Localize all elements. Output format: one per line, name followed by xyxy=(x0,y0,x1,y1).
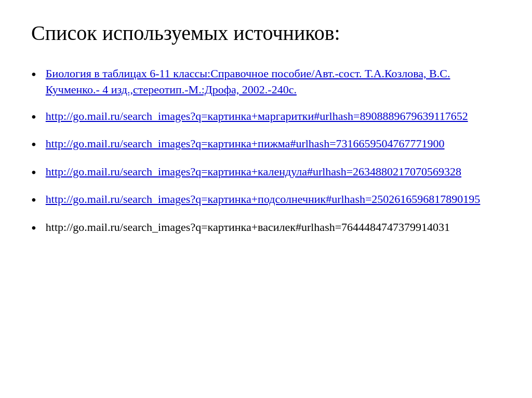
source-link-3[interactable]: http://go.mail.ru/search_images?q=картин… xyxy=(46,137,445,150)
source-link-4[interactable]: http://go.mail.ru/search_images?q=картин… xyxy=(46,165,461,178)
page-title: Список используемых источников: xyxy=(31,21,501,45)
bullet-point: • xyxy=(31,108,36,126)
list-item: •http://go.mail.ru/search_images?q=карти… xyxy=(31,219,501,237)
source-link-5[interactable]: http://go.mail.ru/search_images?q=картин… xyxy=(46,193,481,205)
sources-list: •Биология в таблицах 6-11 классы:Справоч… xyxy=(31,66,501,237)
bullet-point: • xyxy=(31,66,36,84)
source-link-1[interactable]: Биология в таблицах 6-11 классы:Справочн… xyxy=(46,67,450,96)
list-item: •http://go.mail.ru/search_images?q=карти… xyxy=(31,191,501,209)
source-text-6: http://go.mail.ru/search_images?q=картин… xyxy=(46,219,501,236)
list-item: •Биология в таблицах 6-11 классы:Справоч… xyxy=(31,66,501,98)
bullet-point: • xyxy=(31,219,36,237)
list-item: •http://go.mail.ru/search_images?q=карти… xyxy=(31,108,501,126)
bullet-point: • xyxy=(31,191,36,209)
list-item: •http://go.mail.ru/search_images?q=карти… xyxy=(31,136,501,154)
bullet-point: • xyxy=(31,136,36,154)
bullet-point: • xyxy=(31,164,36,182)
source-link-2[interactable]: http://go.mail.ru/search_images?q=картин… xyxy=(46,109,468,122)
list-item: •http://go.mail.ru/search_images?q=карти… xyxy=(31,164,501,182)
